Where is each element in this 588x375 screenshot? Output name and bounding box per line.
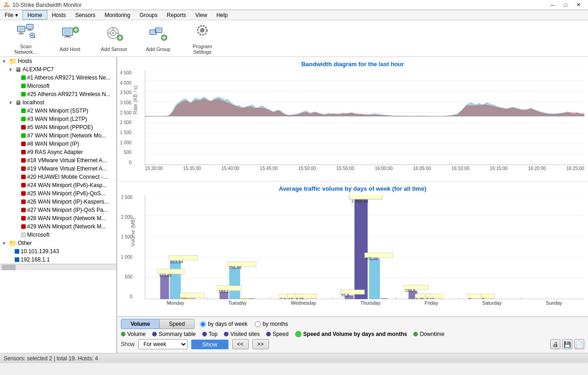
add-host-label: Add Host [59,46,80,52]
y-tick: 2 500 [121,195,132,200]
svg-rect-86 [354,196,368,299]
menu-file[interactable]: File ▾ [0,10,23,20]
tree-sensor-2[interactable]: #2 WAN Miniport (SSTP) [0,107,116,115]
expand-icon: ▼ [2,241,7,246]
tree-hosts-root[interactable]: ▼ 📁 Hosts [0,57,116,65]
status-green-icon [21,133,26,138]
export-buttons: 🖨 💾 📄 [550,339,584,349]
tab-help[interactable]: Help [212,10,233,20]
day-label: Friday [425,300,438,306]
scan-network-button[interactable]: Scan Network... [7,23,44,55]
controls-row-1: Volume Speed by days of week by months [121,319,584,329]
tree-localhost[interactable]: ▼ 🖥 localhost [0,98,116,107]
save-button[interactable]: 💾 [562,339,572,349]
tree-sensor-24[interactable]: #24 WAN Miniport (IPv6)-Kasp... [0,181,116,189]
tree-sensor-18[interactable]: #18 VMware Virtual Ethernet A... [0,156,116,165]
show-button[interactable]: Show [191,340,228,349]
y-tick: 4 500 [120,70,131,75]
svg-rect-31 [156,29,161,32]
print-button[interactable]: 🖨 [550,339,560,349]
tree-sensor-ms[interactable]: Microsoft [0,82,116,90]
program-settings-button[interactable]: Program Settings [184,23,221,55]
tree-label: #5 WAN Miniport (PPPOE) [27,124,93,131]
tree-sensor-5[interactable]: #5 WAN Miniport (PPPOE) [0,123,116,131]
add-sensor-button[interactable]: Add Sensor [96,23,132,55]
weekly-chart-svg: 913,34 572,81 36,8 26,73 [145,195,584,299]
report-tab-summary[interactable]: Summary table [152,331,196,337]
close-button[interactable]: ✕ [572,1,584,9]
tree-sensor-20[interactable]: #20 HUAWEI Mobile Connect -... [0,173,116,181]
y-tick: 3 500 [120,90,131,95]
prev-button[interactable]: << [232,339,249,349]
tree-label: #18 VMware Virtual Ethernet A... [27,157,107,164]
tree-sensor-1[interactable]: #1 Atheros AR9271 Wireless Ne... [0,74,116,82]
svg-point-21 [112,32,114,34]
report-tab-visited[interactable]: Visited sites [224,331,260,337]
tree-other-root[interactable]: ▼ 📁 Other [0,239,116,247]
svg-text:91,9: 91,9 [341,293,349,297]
by-days-label: by days of week [208,321,247,327]
y-tick: 0 [120,160,131,165]
day-label: Saturday [482,300,502,306]
tab-view[interactable]: View [191,10,212,20]
tree-label: #7 WAN Miniport (Network Mo... [27,132,106,139]
tree-sensor-28[interactable]: #28 WAN Miniport (Network M... [0,214,116,222]
report-tab-speed-volume[interactable]: Speed and Volume by days and months [295,331,407,337]
add-group-label: Add Group [146,46,170,52]
tree-host-10[interactable]: 10.101.139.143 [0,247,116,256]
tree-sensor-9[interactable]: #9 RAS Async Adapter [0,148,116,156]
tree-hscrollbar[interactable] [0,264,116,270]
report-tab-downtime[interactable]: Downtime [413,331,444,337]
tree-sensor-25[interactable]: #25 Atheros AR9271 Wireless N... [0,90,116,98]
status-red-icon [21,224,26,229]
app-icon: 🖧 [4,1,10,8]
maximize-button[interactable]: □ [559,1,571,9]
by-days-radio[interactable]: by days of week [200,321,247,327]
speed-tab-button[interactable]: Speed [160,319,194,329]
svg-text:913,34: 913,34 [170,260,183,264]
add-group-button[interactable]: Add Group [140,23,177,55]
tree-sensor-7[interactable]: #7 WAN Miniport (Network Mo... [0,131,116,140]
tree-sensor-3[interactable]: #3 WAN Miniport (L2TP) [0,115,116,123]
svg-rect-14 [65,35,70,37]
tab-monitoring[interactable]: Monitoring [100,10,135,20]
svg-text:0: 0 [469,297,471,299]
tree-host-192[interactable]: 192.168.1.1 [0,256,116,264]
folder-icon: 📁 [9,57,17,65]
tree-sensor-25b[interactable]: #25 WAN Miniport (IPv6)-QoS... [0,189,116,198]
tab-reports[interactable]: Reports [162,10,191,20]
export-button[interactable]: 📄 [574,339,584,349]
tree-sensor-8[interactable]: #8 WAN Miniport (IP) [0,140,116,148]
report-tab-top[interactable]: Top [202,331,217,337]
svg-rect-1 [18,27,24,31]
tree-sensor-ms2[interactable]: Microsoft [0,231,116,239]
tree-sensor-29[interactable]: #29 WAN Miniport (Network M... [0,222,116,231]
show-period-select[interactable]: For week For month For year Custom [138,339,188,349]
x-tick: 15:45:00 [260,166,278,171]
y-tick: 4 000 [120,80,131,85]
by-months-radio[interactable]: by months [255,321,288,327]
tab-sensors[interactable]: Sensors [70,10,100,20]
volume-tab-button[interactable]: Volume [121,319,160,329]
svg-text:976,66: 976,66 [365,256,378,261]
tree-alexm-pc7[interactable]: ▼ 🖥 ALEXM-PC7 [0,65,116,74]
status-blue-icon [15,249,19,254]
weekly-chart-title: Average traffic volume by days of week (… [117,185,588,192]
tab-home[interactable]: Home [23,10,47,20]
add-host-button[interactable]: Add Host [51,23,88,55]
by-months-label: by months [263,321,288,327]
next-button[interactable]: >> [252,339,269,349]
report-tab-speed[interactable]: Speed [266,331,289,337]
svg-rect-7 [28,30,32,31]
tree-panel: ▼ 📁 Hosts ▼ 🖥 ALEXM-PC7 #1 Atheros AR927… [0,57,117,353]
svg-rect-29 [151,31,155,34]
report-tab-volume[interactable]: Volume [121,331,146,337]
tab-groups[interactable]: Groups [135,10,162,20]
tab-hosts[interactable]: Hosts [47,10,71,20]
tree-label: Other [18,240,32,246]
tree-sensor-27[interactable]: #27 WAN Miniport (IP)-QoS Pa... [0,206,116,214]
tree-sensor-19[interactable]: #19 VMware Virtual Ethernet A... [0,165,116,173]
tree-sensor-26[interactable]: #26 WAN Miniport (IP)-Kaspers... [0,198,116,206]
minimize-button[interactable]: ─ [547,1,559,9]
program-settings-label: Program Settings [186,44,218,55]
